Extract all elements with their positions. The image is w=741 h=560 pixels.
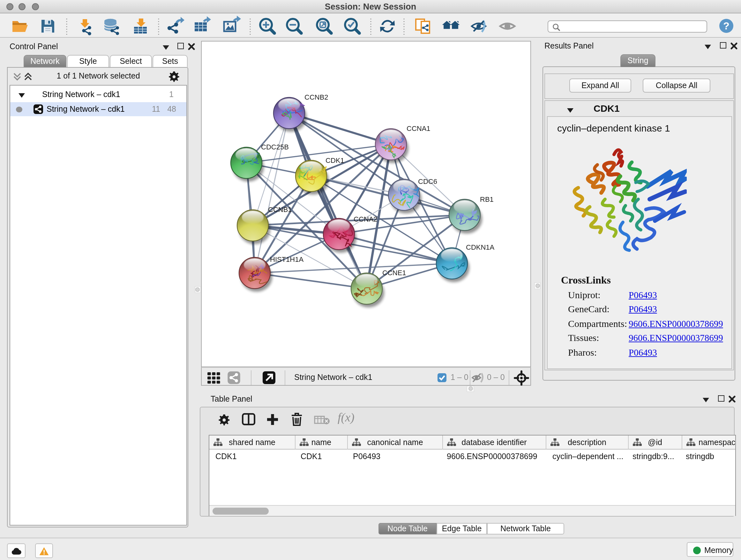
svg-text:CDC6: CDC6	[418, 178, 437, 186]
svg-text:CCNE1: CCNE1	[382, 269, 406, 277]
svg-text:CDK1: CDK1	[326, 157, 344, 165]
svg-text:CCNA1: CCNA1	[407, 125, 430, 132]
svg-text:?: ?	[723, 20, 730, 32]
svg-text:HIST1H1A: HIST1H1A	[270, 255, 304, 263]
svg-text:CDC25B: CDC25B	[261, 143, 289, 151]
svg-text:CCNB1: CCNB1	[268, 206, 292, 213]
svg-text:CDKN1A: CDKN1A	[466, 243, 495, 251]
svg-text:CCNA2: CCNA2	[354, 215, 378, 223]
svg-text:RB1: RB1	[480, 195, 494, 203]
svg-text:CCNB2: CCNB2	[305, 93, 328, 101]
